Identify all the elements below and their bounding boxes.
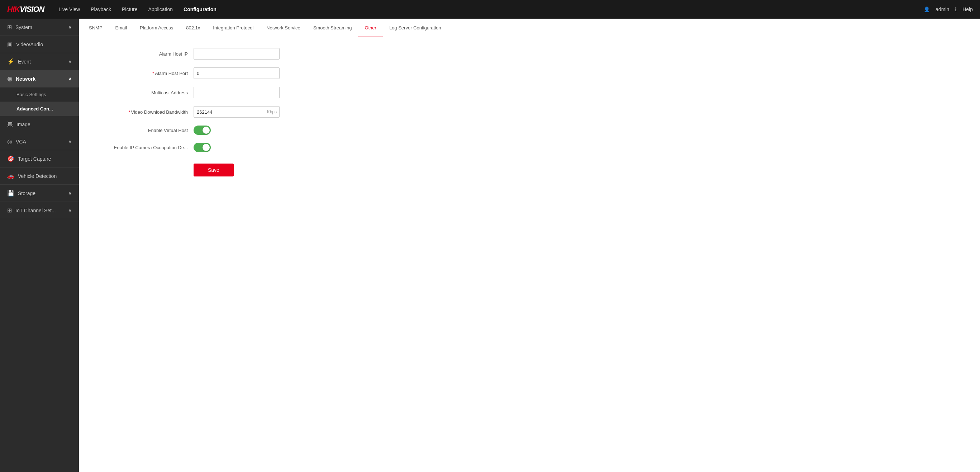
logo-hik: HIK [7,5,20,14]
alarm-host-port-label: *Alarm Host Port [93,71,194,76]
iot-icon: ⊞ [7,207,12,214]
tab-8021x[interactable]: 802.1x [180,19,207,37]
vehicle-detection-icon: 🚗 [7,172,14,179]
multicast-address-input[interactable] [194,87,280,98]
sidebar: ⊞ System ∨ ▣ Video/Audio ⚡ Event ∨ ◉ Net… [0,19,79,472]
multicast-address-row: Multicast Address [93,87,344,98]
network-icon: ◉ [7,75,12,82]
help-link[interactable]: Help [963,6,973,12]
vca-icon: ◎ [7,138,12,145]
logo: HIKVISION [7,5,44,14]
tab-smooth-streaming[interactable]: Smooth Streaming [307,19,358,37]
sidebar-item-image[interactable]: 🖼 Image [0,116,79,133]
sidebar-item-iot[interactable]: ⊞ IoT Channel Set... ∨ [0,202,79,219]
username[interactable]: admin [935,6,949,12]
nav-picture[interactable]: Picture [122,5,138,14]
nav-playback[interactable]: Playback [91,5,111,14]
sidebar-label-event: Event [18,59,31,65]
enable-ip-camera-toggle[interactable] [194,143,211,152]
alarm-host-ip-row: Alarm Host IP [93,48,344,59]
nav-live-view[interactable]: Live View [59,5,80,14]
sidebar-label-iot: IoT Channel Set... [16,208,56,214]
tab-network-service[interactable]: Network Service [260,19,307,37]
alarm-host-port-input[interactable] [194,67,280,79]
sidebar-label-videoaudio: Video/Audio [16,41,43,47]
content-body: Alarm Host IP *Alarm Host Port Multicast… [79,37,980,472]
save-button-row: Save [93,160,344,177]
videoaudio-icon: ▣ [7,41,13,48]
sidebar-item-event[interactable]: ⚡ Event ∨ [0,53,79,70]
enable-virtual-host-label: Enable Virtual Host [93,128,194,133]
enable-ip-camera-label: Enable IP Camera Occupation De... [93,145,194,150]
sidebar-item-vehicle-detection[interactable]: 🚗 Vehicle Detection [0,167,79,185]
alarm-host-ip-input[interactable] [194,48,280,59]
tab-other[interactable]: Other [358,19,383,37]
chevron-iot: ∨ [68,208,72,213]
chevron-storage: ∨ [68,191,72,196]
event-icon: ⚡ [7,58,14,65]
system-icon: ⊞ [7,24,12,30]
multicast-address-label: Multicast Address [93,90,194,96]
sidebar-item-network[interactable]: ◉ Network ∧ [0,70,79,88]
video-download-bandwidth-label: *Video Download Bandwidth [93,109,194,115]
sidebar-item-system[interactable]: ⊞ System ∨ [0,19,79,36]
required-star: * [152,71,154,76]
required-star-2: * [128,109,130,115]
sidebar-label-target-capture: Target Capture [18,156,51,162]
sidebar-item-videoaudio[interactable]: ▣ Video/Audio [0,36,79,53]
video-download-bandwidth-row: *Video Download Bandwidth Kbps [93,106,344,118]
chevron-network: ∧ [68,77,72,81]
sidebar-sub-advanced-config[interactable]: Advanced Con... [0,102,79,116]
logo-vision: VISION [20,5,45,14]
nav-configuration[interactable]: Configuration [183,5,216,14]
tab-platform-access[interactable]: Platform Access [134,19,180,37]
alarm-host-ip-label: Alarm Host IP [93,51,194,57]
nav-right: 👤 admin ℹ Help [924,6,973,12]
enable-ip-camera-row: Enable IP Camera Occupation De... [93,143,344,152]
main-layout: ⊞ System ∨ ▣ Video/Audio ⚡ Event ∨ ◉ Net… [0,19,980,472]
enable-virtual-host-row: Enable Virtual Host [93,126,344,135]
sidebar-item-storage[interactable]: 💾 Storage ∨ [0,185,79,202]
nav-application[interactable]: Application [148,5,173,14]
sub-tab-bar: SNMP Email Platform Access 802.1x Integr… [79,19,980,37]
image-icon: 🖼 [7,121,13,128]
sidebar-item-vca[interactable]: ◎ VCA ∨ [0,133,79,150]
main-content: SNMP Email Platform Access 802.1x Integr… [79,19,980,472]
top-navigation: HIKVISION Live View Playback Picture App… [0,0,980,19]
other-settings-form: Alarm Host IP *Alarm Host Port Multicast… [93,48,344,177]
sidebar-label-vca: VCA [16,139,26,145]
target-capture-icon: 🎯 [7,155,14,162]
sidebar-sub-basic-settings[interactable]: Basic Settings [0,88,79,102]
sidebar-item-target-capture[interactable]: 🎯 Target Capture [0,150,79,167]
chevron-event: ∨ [68,59,72,64]
storage-icon: 💾 [7,190,14,196]
video-download-bandwidth-input[interactable] [194,106,280,118]
user-icon: 👤 [924,6,930,12]
save-button[interactable]: Save [194,164,234,177]
sidebar-label-vehicle-detection: Vehicle Detection [18,173,57,179]
sidebar-label-system: System [16,24,32,30]
enable-virtual-host-toggle[interactable] [194,126,211,135]
tab-snmp[interactable]: SNMP [83,19,109,37]
tab-log-server[interactable]: Log Server Configuration [383,19,448,37]
info-icon: ℹ [955,6,957,12]
sidebar-label-storage: Storage [18,190,35,196]
ip-camera-slider [194,143,211,152]
tab-email[interactable]: Email [109,19,134,37]
virtual-host-slider [194,126,211,135]
sidebar-label-network: Network [16,76,35,82]
bandwidth-input-wrapper: Kbps [194,106,280,118]
chevron-vca: ∨ [68,139,72,144]
sidebar-label-image: Image [16,121,30,127]
alarm-host-port-row: *Alarm Host Port [93,67,344,79]
nav-links: Live View Playback Picture Application C… [59,5,924,14]
tab-integration-protocol[interactable]: Integration Protocol [207,19,260,37]
chevron-system: ∨ [68,25,72,30]
